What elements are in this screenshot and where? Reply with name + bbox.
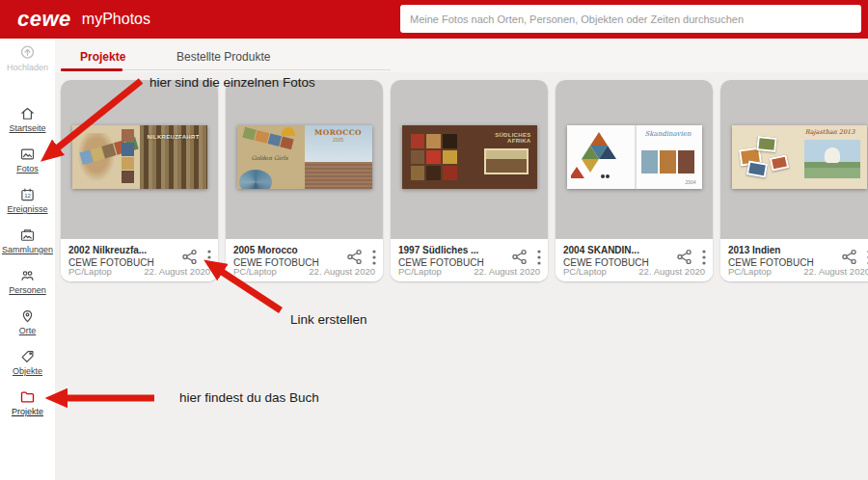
photos-icon	[18, 146, 37, 163]
sidebar-item-hochladen[interactable]: Hochladen	[0, 39, 55, 79]
annotation-photos-note: hier sind die einzelnen Fotos	[149, 75, 315, 90]
project-date: 22. August 2020	[638, 266, 705, 277]
kebab-menu-icon[interactable]	[537, 250, 541, 265]
project-date: 22. August 2020	[474, 266, 540, 277]
photobook-cover: Rajasthan 2013	[732, 125, 867, 189]
sidebar-item-objekte[interactable]: Objekte	[0, 348, 55, 388]
project-source: PC/Laptop	[563, 266, 607, 277]
project-card-indien[interactable]: Rajasthan 2013 2013 Indien CEWE FOTOBUCH	[720, 80, 868, 281]
cover-art	[756, 136, 776, 152]
sidebar-item-startseite[interactable]: Startseite	[0, 105, 55, 146]
sidebar-label: Projekte	[12, 407, 43, 416]
cover-year: 2005	[305, 137, 372, 143]
sidebar-item-ereignisse[interactable]: 12 Ereignisse	[0, 186, 55, 227]
kebab-menu-icon[interactable]	[207, 250, 211, 265]
collections-icon	[18, 227, 37, 244]
project-thumbnail: Golden Girls MOROCCO 2005	[226, 80, 383, 239]
share-icon[interactable]	[510, 248, 529, 266]
cover-art	[571, 128, 627, 186]
tag-icon	[18, 348, 37, 365]
project-card-morocco[interactable]: Golden Girls MOROCCO 2005 2005 Morocco C…	[226, 80, 383, 281]
card-footer: 2004 SKANDIN... CEWE FOTOBUCH PC/Laptop …	[556, 239, 713, 281]
sidebar-label: Objekte	[13, 366, 42, 376]
photobook-cover: Skandinavien 2004	[567, 125, 702, 189]
kebab-menu-icon[interactable]	[702, 250, 706, 265]
tab-projekte[interactable]: Projekte	[80, 50, 125, 64]
cover-art	[641, 150, 695, 173]
tab-divider	[122, 69, 391, 70]
cewe-logo[interactable]: cewe	[17, 7, 71, 32]
project-date: 22. August 2020	[803, 266, 868, 277]
cover-art	[282, 127, 295, 136]
home-icon	[18, 105, 37, 122]
cover-art: Golden Girls	[237, 125, 305, 189]
sidebar-item-projekte[interactable]: Projekte	[0, 388, 55, 429]
project-card-skandinavien[interactable]: Skandinavien 2004 2004 SKANDIN... CEWE F…	[556, 80, 713, 281]
project-source: PC/Laptop	[68, 266, 112, 277]
tab-strip: Projekte Bestellte Produkte	[55, 39, 868, 72]
tab-bestellte-produkte[interactable]: Bestellte Produkte	[176, 50, 270, 64]
sidebar-label: Personen	[9, 285, 46, 295]
sidebar-item-fotos[interactable]: Fotos	[0, 146, 55, 186]
cover-art	[804, 140, 860, 178]
people-icon	[18, 267, 37, 284]
share-icon[interactable]	[675, 248, 693, 266]
project-source: PC/Laptop	[233, 266, 277, 277]
cover-art	[746, 160, 767, 177]
cover-art	[72, 125, 140, 189]
project-card-nilkreuzfahrt[interactable]: NILKREUZFAHRT 2002 Nilkreuzfa... CEWE FO…	[61, 80, 218, 281]
svg-text:12: 12	[24, 193, 31, 199]
app-header: cewe myPhotos	[0, 0, 868, 39]
project-source: PC/Laptop	[398, 266, 442, 277]
sidebar: Hochladen Startseite Fotos 12 Erei	[0, 39, 55, 480]
app-title: myPhotos	[82, 11, 150, 28]
upload-icon	[18, 43, 37, 62]
cover-art	[122, 129, 134, 183]
folder-icon	[18, 388, 37, 406]
cover-art	[484, 148, 529, 174]
cover-art	[411, 134, 457, 180]
cewe-myphotos-app: cewe myPhotos Hochladen Startseite Fotos	[0, 0, 868, 480]
card-footer: 1997 Südliches ... CEWE FOTOBUCH PC/Lapt…	[391, 239, 548, 281]
project-card-grid: NILKREUZFAHRT 2002 Nilkreuzfa... CEWE FO…	[61, 80, 868, 281]
cover-art: NILKREUZFAHRT	[140, 125, 207, 189]
sidebar-item-sammlungen[interactable]: Sammlungen	[0, 227, 55, 267]
cover-art: MOROCCO 2005	[305, 125, 372, 162]
annotation-book-note: hier findest du das Buch	[179, 390, 319, 405]
sidebar-label: Sammlungen	[2, 245, 53, 254]
share-icon[interactable]	[345, 248, 364, 266]
location-pin-icon	[18, 307, 37, 325]
cover-art	[239, 170, 272, 189]
sidebar-item-personen[interactable]: Personen	[0, 267, 55, 307]
project-date: 22. August 2020	[309, 266, 375, 277]
annotation-link-note: Link erstellen	[290, 312, 367, 327]
project-card-suedliches-afrika[interactable]: SÜDLICHES AFRIKA 1997 Südliches ... CEWE…	[391, 80, 548, 281]
cover-art	[635, 125, 637, 189]
project-date: 22. August 2020	[144, 266, 210, 277]
project-thumbnail: NILKREUZFAHRT	[61, 80, 218, 239]
cover-title: MOROCCO	[305, 128, 372, 137]
cover-art	[305, 162, 372, 189]
cover-art: MOROCCO 2005	[305, 125, 372, 189]
active-tab-indicator	[61, 68, 122, 71]
cover-title: Rajasthan 2013	[801, 128, 859, 136]
search-input[interactable]	[400, 5, 861, 33]
project-thumbnail: Skandinavien 2004	[556, 80, 713, 239]
photobook-cover: Golden Girls MOROCCO 2005	[237, 125, 372, 189]
photobook-cover: NILKREUZFAHRT	[72, 125, 207, 189]
share-icon[interactable]	[840, 248, 858, 266]
sidebar-label: Ereignisse	[7, 204, 47, 214]
project-thumbnail: SÜDLICHES AFRIKA	[391, 80, 548, 239]
photobook-cover: SÜDLICHES AFRIKA	[402, 125, 537, 189]
share-icon[interactable]	[180, 248, 199, 266]
project-source: PC/Laptop	[728, 266, 772, 277]
kebab-menu-icon[interactable]	[372, 250, 376, 265]
sidebar-label: Fotos	[16, 164, 39, 173]
cover-art	[825, 147, 840, 163]
cover-title: SÜDLICHES AFRIKA	[472, 132, 531, 144]
cover-art	[769, 154, 789, 171]
sidebar-label: Startseite	[9, 123, 45, 133]
sidebar-item-orte[interactable]: Orte	[0, 307, 55, 348]
sidebar-label: Hochladen	[7, 63, 48, 72]
sidebar-label: Orte	[19, 326, 37, 335]
